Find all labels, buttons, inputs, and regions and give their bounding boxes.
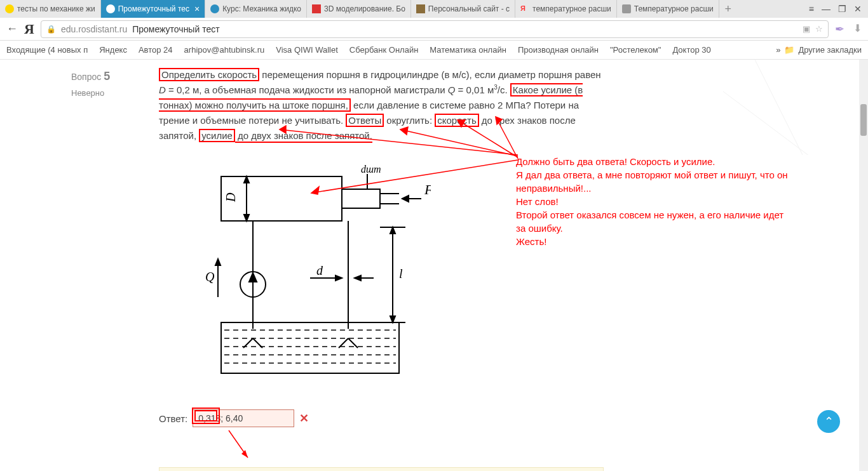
answer-label: Ответ: — [159, 413, 187, 424]
highlight-answers: Ответы — [346, 114, 384, 127]
chevron-up-icon: ⌃ — [824, 415, 834, 428]
question-number: Вопрос 5 — [71, 70, 151, 83]
minimize-icon[interactable]: — — [822, 4, 831, 14]
svg-marker-33 — [336, 275, 342, 281]
bookmarks-overflow-icon[interactable]: » — [776, 45, 780, 55]
browser-tabbar: тесты по механике жи Промежуточный тес ×… — [0, 0, 868, 18]
tab-label: Персональный сайт - с — [428, 4, 510, 13]
bookmark-item[interactable]: Visa QIWI Wallet — [276, 45, 338, 55]
user-annotation: Должно быть два ответа! Скорость и усили… — [516, 155, 789, 248]
svg-rect-4 — [221, 176, 342, 221]
yandex-logo[interactable]: Я — [24, 21, 34, 37]
favicon — [5, 4, 14, 13]
vertical-scrollbar[interactable] — [859, 60, 868, 471]
tab-3[interactable]: Курс: Механика жидко — [205, 0, 307, 18]
tab-5[interactable]: Персональный сайт - с — [411, 0, 515, 18]
arrow-down-icon — [210, 427, 337, 465]
lock-icon: 🔒 — [46, 25, 56, 34]
bookmark-item[interactable]: Доктор 30 — [672, 45, 710, 55]
page-content: Вопрос 5 Неверно Определить скорость пер… — [0, 60, 859, 471]
navbar: ← Я 🔒 edu.rosdistant.ru Промежуточный те… — [0, 18, 868, 41]
scroll-to-top-button[interactable]: ⌃ — [817, 410, 840, 433]
favicon: Я — [520, 4, 529, 13]
menu-icon[interactable]: ≡ — [809, 4, 814, 14]
svg-marker-11 — [244, 176, 249, 183]
svg-marker-16 — [402, 196, 409, 202]
url-host: edu.rosdistant.ru — [61, 24, 127, 34]
svg-marker-22 — [390, 316, 395, 322]
bookmark-item[interactable]: Математика онлайн — [430, 45, 506, 55]
bookmark-item[interactable]: "Ростелеком" — [610, 45, 661, 55]
tab-label: Температурное расши — [634, 4, 714, 13]
svg-rect-5 — [342, 189, 380, 208]
bookmark-item[interactable]: Сбербанк Онлайн — [349, 45, 419, 55]
svg-text:d: d — [316, 263, 323, 277]
svg-marker-30 — [249, 273, 257, 282]
svg-rect-36 — [221, 322, 399, 373]
svg-text:dшт: dшт — [361, 164, 381, 175]
bookmark-item[interactable]: Автор 24 — [139, 45, 173, 55]
folder-icon: 📁 — [784, 45, 794, 55]
tab-4[interactable]: 3D моделирование. Бо — [307, 0, 411, 18]
question-status: Неверно — [71, 88, 151, 98]
question-text: Определить скорость перемещения поршня в… — [159, 65, 604, 143]
favicon — [106, 4, 115, 13]
wrong-icon: ✕ — [299, 411, 309, 425]
svg-text:Q: Q — [205, 270, 215, 284]
scrollbar-thumb[interactable] — [860, 104, 867, 136]
maximize-icon[interactable]: ❐ — [838, 4, 846, 14]
bookmark-item[interactable]: Производная онлайн — [518, 45, 599, 55]
svg-text:F: F — [424, 182, 431, 197]
tab-2-active[interactable]: Промежуточный тес × — [101, 0, 205, 18]
bookmarks-bar: Входящие (4 новых п Яндекс Автор 24 arhi… — [0, 41, 868, 60]
highlight-force2: усилие — [199, 129, 235, 142]
tab-close-icon[interactable]: × — [194, 4, 200, 14]
tab-label: тесты по механике жи — [17, 4, 95, 13]
favicon — [622, 4, 631, 13]
highlight-speed: Определить скорость — [159, 68, 259, 81]
tab-1[interactable]: тесты по механике жи — [0, 0, 101, 18]
tab-label: Курс: Механика жидко — [222, 4, 301, 13]
svg-marker-27 — [215, 259, 220, 265]
hydraulic-diagram: D dшт F — [189, 164, 431, 392]
feather-icon[interactable]: ✒ — [835, 22, 844, 36]
favicon — [210, 4, 219, 13]
other-bookmarks[interactable]: Другие закладки — [798, 45, 862, 55]
tab-6[interactable]: Я температурное расши — [515, 0, 617, 18]
svg-marker-21 — [390, 227, 395, 234]
svg-text:D: D — [224, 192, 238, 202]
bookmark-item[interactable]: Входящие (4 новых п — [6, 45, 88, 55]
bookmark-star-icon[interactable]: ☆ — [815, 24, 823, 34]
back-button[interactable]: ← — [6, 22, 18, 36]
tab-label: температурное расши — [532, 4, 611, 13]
url-title: Промежуточный тест — [132, 24, 219, 34]
highlight-answer-val — [194, 410, 217, 421]
download-icon[interactable]: ⬇ — [853, 22, 862, 36]
answer-row: Ответ: ✕ — [159, 409, 604, 427]
bookmark-item[interactable]: arhipov@ahtubinsk.ru — [184, 45, 265, 55]
favicon — [416, 4, 425, 13]
question-sidebar: Вопрос 5 Неверно — [64, 65, 159, 471]
svg-marker-35 — [355, 275, 361, 281]
svg-marker-47 — [241, 450, 248, 458]
highlight-speed2: скорость — [435, 114, 478, 127]
svg-text:l: l — [399, 267, 403, 281]
close-window-icon[interactable]: ✕ — [854, 4, 862, 14]
tab-label: 3D моделирование. Бо — [324, 4, 405, 13]
tab-7[interactable]: Температурное расши — [617, 0, 719, 18]
protect-icon[interactable]: ▣ — [803, 24, 810, 34]
new-tab-button[interactable]: + — [719, 3, 737, 16]
bookmark-item[interactable]: Яндекс — [99, 45, 127, 55]
correct-answer-box: Правильный ответ: 0,318 — [159, 467, 604, 471]
tab-label: Промежуточный тес — [118, 4, 189, 13]
svg-marker-12 — [244, 215, 249, 221]
address-bar[interactable]: 🔒 edu.rosdistant.ru Промежуточный тест ▣… — [41, 20, 829, 38]
favicon — [312, 4, 321, 13]
